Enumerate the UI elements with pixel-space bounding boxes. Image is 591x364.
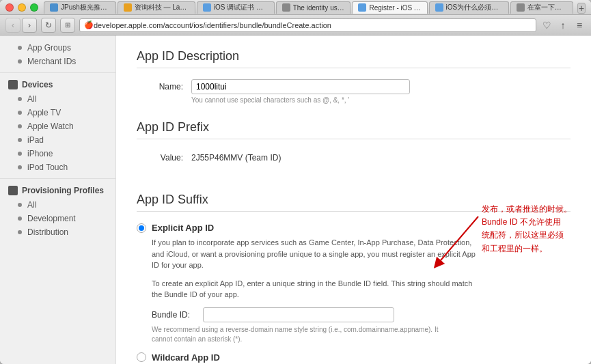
tabs-bar: JPush极光推送|高卓推... 资询科技 — Lanou3G.Co... iO… [44, 1, 586, 14]
bullet-icon [18, 111, 22, 115]
wildcard-label: Wildcard App ID [152, 352, 220, 363]
explicit-desc-1: If you plan to incorporate app services … [152, 237, 480, 271]
tab-4[interactable]: Register - iOS App IDs -... [352, 1, 427, 14]
sidebar-section-provisioning: Provisioning Profiles [0, 183, 115, 198]
wildcard-radio-button[interactable] [137, 352, 146, 362]
bullet-icon [18, 138, 22, 142]
tab-icon-3 [282, 3, 290, 12]
sidebar: App Groups Merchant IDs Devices All Appl… [0, 36, 116, 364]
new-tab-button[interactable]: + [577, 3, 586, 14]
tab-icon-0 [50, 3, 58, 12]
divider [0, 72, 115, 73]
tab-icon-4 [358, 3, 366, 12]
prefix-value-label: Value: [137, 150, 191, 163]
divider [0, 178, 115, 179]
wildcard-section: Wildcard App ID This allows you to use a… [137, 352, 571, 365]
tab-icon-5 [435, 3, 443, 12]
bundle-id-input[interactable] [203, 307, 394, 322]
tab-1[interactable]: 资询科技 — Lanou3G.Co... [118, 1, 195, 14]
minimize-button[interactable] [18, 3, 26, 12]
main-layout: App Groups Merchant IDs Devices All Appl… [0, 36, 591, 364]
spacer2 [137, 168, 571, 179]
forward-button[interactable]: › [22, 18, 37, 33]
explicit-app-id-radio-row: Explicit App ID [137, 223, 571, 233]
tab-3[interactable]: The identity used to sig-... [276, 1, 351, 14]
bundle-id-row: Bundle ID: [152, 307, 571, 322]
provisioning-icon [8, 186, 18, 195]
explicit-radio-button[interactable] [137, 223, 146, 233]
sidebar-item-app-groups[interactable]: App Groups [0, 41, 115, 55]
url-text: developer.apple.com/account/ios/identifi… [94, 21, 331, 29]
sidebar-item-iphone[interactable]: iPhone [0, 147, 115, 160]
sidebar-item-all-devices[interactable]: All [0, 92, 115, 106]
home-button[interactable]: ⊞ [60, 18, 75, 33]
wildcard-radio-row: Wildcard App ID [137, 352, 571, 363]
sidebar-item-apple-watch[interactable]: Apple Watch [0, 120, 115, 133]
bundle-id-label: Bundle ID: [152, 310, 203, 320]
name-row: Name: You cannot use special characters … [137, 79, 571, 104]
share-icon[interactable]: ↑ [557, 19, 569, 31]
app-id-prefix-title: App ID Prefix [137, 120, 571, 139]
bullet-icon [18, 203, 22, 207]
bullet-icon [18, 124, 22, 128]
bullet-icon [18, 152, 22, 156]
bullet-icon [18, 46, 22, 50]
tab-6[interactable]: 在室一下，影视知道 [510, 1, 574, 14]
tab-icon-1 [124, 3, 132, 12]
sidebar-item-distribution[interactable]: Distribution [0, 225, 115, 239]
url-apple-icon: 🍎 [84, 20, 94, 29]
content-wrapper: App ID Description Name: You cannot use … [116, 36, 591, 364]
tab-5[interactable]: iOS为什么必须先创建一个... [429, 1, 509, 14]
refresh-button[interactable]: ↻ [41, 18, 56, 33]
name-label: Name: [137, 79, 191, 92]
titlebar: JPush极光推送|高卓推... 资询科技 — Lanou3G.Co... iO… [0, 0, 591, 15]
prefix-value-text: 2J55P46MMV (Team ID) [191, 150, 281, 163]
bullet-icon [18, 165, 22, 169]
main-content: App ID Description Name: You cannot use … [116, 36, 591, 364]
close-button[interactable] [5, 3, 14, 12]
tab-icon-6 [517, 3, 525, 12]
url-bar[interactable]: 🍎 developer.apple.com/account/ios/identi… [79, 18, 536, 32]
name-input[interactable] [191, 79, 410, 94]
explicit-app-id-label: Explicit App ID [152, 223, 214, 233]
sidebar-item-merchant-ids[interactable]: Merchant IDs [0, 55, 115, 68]
explicit-desc-2: To create an explicit App ID, enter a un… [152, 278, 480, 300]
tab-0[interactable]: JPush极光推送|高卓推... [44, 1, 116, 14]
bookmark-icon[interactable]: ♡ [540, 19, 553, 31]
prefix-row: Value: 2J55P46MMV (Team ID) [137, 150, 571, 163]
app-id-description-title: App ID Description [137, 49, 571, 68]
sidebar-item-ipod-touch[interactable]: iPod Touch [0, 160, 115, 174]
maximize-button[interactable] [30, 3, 38, 12]
sidebar-item-ipad[interactable]: iPad [0, 133, 115, 147]
browser-window: JPush极光推送|高卓推... 资询科技 — Lanou3G.Co... iO… [0, 0, 591, 364]
tab-icon-2 [203, 3, 211, 12]
nav-icons: ♡ ↑ ≡ [540, 19, 586, 31]
tab-2[interactable]: iOS 调试证书 可以注册几... [197, 1, 275, 14]
app-id-suffix-title: App ID Suffix [137, 193, 571, 212]
spacer [137, 109, 571, 120]
navbar: ‹ › ↻ ⊞ 🍎 developer.apple.com/account/io… [0, 15, 591, 36]
name-field-container: You cannot use special characters such a… [191, 79, 571, 104]
traffic-lights [5, 3, 38, 12]
bullet-icon [18, 216, 22, 221]
app-id-suffix-section: App ID Suffix Explicit App ID If you pla… [137, 193, 571, 364]
back-button[interactable]: ‹ [5, 18, 20, 33]
sidebar-item-development[interactable]: Development [0, 212, 115, 225]
reader-icon[interactable]: ≡ [573, 19, 586, 31]
bullet-icon [18, 59, 22, 64]
sidebar-item-all-profiles[interactable]: All [0, 198, 115, 212]
sidebar-section-devices: Devices [0, 77, 115, 92]
bundle-id-hint: We recommend using a reverse-domain name… [152, 325, 439, 344]
nav-back-forward: ‹ › [5, 18, 37, 33]
name-hint: You cannot use special characters such a… [191, 96, 571, 104]
sidebar-item-apple-tv[interactable]: Apple TV [0, 106, 115, 120]
bullet-icon [18, 230, 22, 234]
devices-icon [8, 80, 18, 89]
bullet-icon [18, 97, 22, 101]
